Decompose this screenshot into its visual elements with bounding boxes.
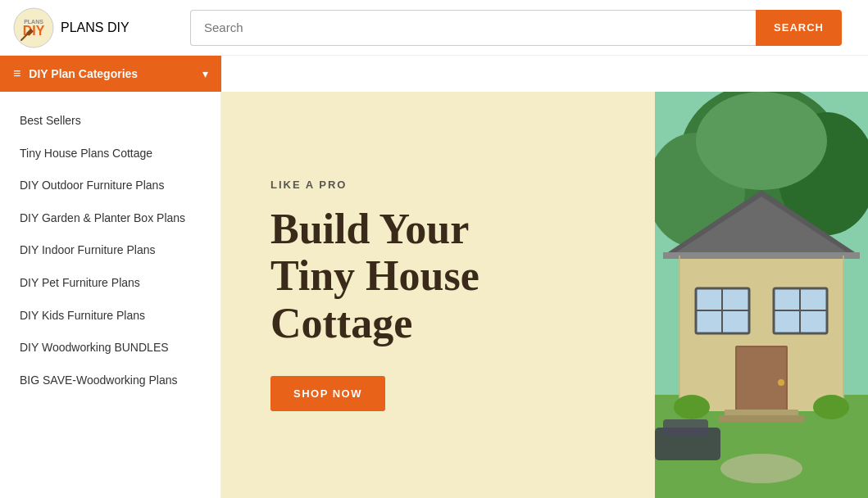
svg-rect-14 [663, 252, 860, 259]
svg-rect-29 [719, 415, 804, 422]
sidebar-item-garden-planter[interactable]: DIY Garden & Planter Box Plans [0, 202, 220, 235]
svg-point-32 [720, 454, 802, 483]
sidebar-item-woodworking-bundles[interactable]: DIY Woodworking BUNDLES [0, 332, 220, 364]
logo-diy-text: DIY [107, 20, 130, 34]
svg-rect-34 [663, 419, 708, 436]
svg-point-31 [813, 395, 849, 419]
chevron-down-icon: ▾ [202, 67, 208, 80]
hero-text: LIKE A PRO Build Your Tiny House Cottage… [221, 146, 655, 444]
sidebar-item-pet-furniture[interactable]: DIY Pet Furniture Plans [0, 267, 220, 300]
hero-title: Build Your Tiny House Cottage [270, 206, 606, 346]
svg-point-9 [696, 92, 827, 190]
hero-section: LIKE A PRO Build Your Tiny House Cottage… [221, 92, 868, 498]
svg-point-30 [674, 395, 710, 419]
main-layout: Best Sellers Tiny House Plans Cottage DI… [0, 92, 868, 498]
site-header: PLANS DIY PLANS DIY SEARCH [0, 0, 868, 56]
nav-bar[interactable]: ≡ DIY Plan Categories ▾ [0, 56, 221, 92]
logo-icon: PLANS DIY [13, 7, 54, 48]
categories-label: DIY Plan Categories [29, 67, 194, 80]
logo[interactable]: PLANS DIY PLANS DIY [13, 7, 177, 48]
sidebar-item-best-sellers[interactable]: Best Sellers [0, 105, 220, 138]
svg-point-25 [778, 379, 784, 386]
hero-title-line1: Build Your [270, 206, 469, 252]
hero-tag: LIKE A PRO [270, 179, 606, 191]
sidebar-item-outdoor-furniture[interactable]: DIY Outdoor Furniture Plans [0, 170, 220, 202]
hero-image [655, 92, 868, 498]
sidebar-item-tiny-house[interactable]: Tiny House Plans Cottage [0, 138, 220, 170]
sidebar-item-indoor-furniture[interactable]: DIY Indoor Furniture Plans [0, 234, 220, 267]
hero-title-line3: Cottage [270, 300, 412, 346]
sidebar-item-kids-furniture[interactable]: DIY Kids Furniture Plans [0, 300, 220, 333]
search-area: SEARCH [190, 10, 842, 46]
hero-title-line2: Tiny House [270, 252, 479, 299]
logo-plans-text: PLANS [61, 20, 103, 34]
menu-icon: ≡ [13, 66, 20, 81]
sidebar-item-big-save[interactable]: BIG SAVE-Woodworking Plans [0, 364, 220, 397]
search-input[interactable] [190, 10, 756, 46]
sidebar: Best Sellers Tiny House Plans Cottage DI… [0, 92, 221, 498]
svg-rect-24 [737, 347, 786, 410]
search-button[interactable]: SEARCH [756, 10, 842, 46]
logo-text: PLANS DIY [61, 20, 130, 35]
shop-now-button[interactable]: SHOP NOW [270, 376, 385, 411]
hero-illustration [655, 92, 868, 498]
